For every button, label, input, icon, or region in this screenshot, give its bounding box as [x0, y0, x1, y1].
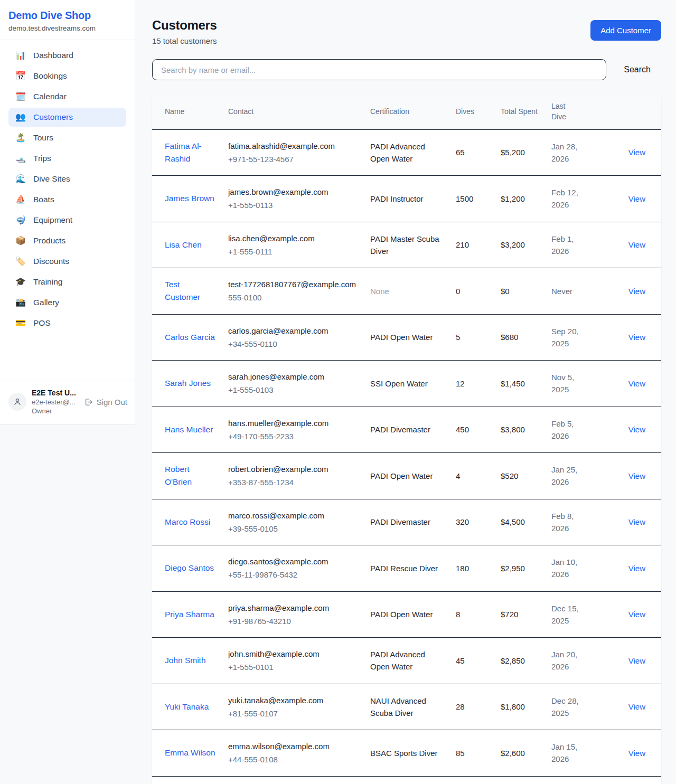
sign-out-button[interactable]: Sign Out: [84, 398, 127, 407]
customer-dives: 8: [456, 610, 460, 619]
customer-dives: 5: [456, 333, 460, 342]
customer-dives: 65: [456, 148, 465, 157]
customer-name-link[interactable]: James Brown: [165, 192, 214, 205]
graduation-cap-icon: 🎓: [15, 278, 26, 286]
customer-last-dive: Jan 20, 2026: [551, 650, 577, 671]
col-certification: Certification: [364, 94, 449, 129]
table-row: Lisa Chen lisa.chen@example.com +1-555-0…: [152, 222, 661, 268]
customer-dives: 85: [456, 749, 465, 758]
customer-email: james.brown@example.com: [228, 186, 358, 198]
view-link[interactable]: View: [628, 564, 645, 573]
customer-name-link[interactable]: Yuki Tanaka: [165, 701, 209, 713]
customer-dives: 45: [456, 656, 465, 665]
customer-last-dive: Nov 5, 2025: [551, 373, 574, 394]
sidebar-item-calendar[interactable]: 🗓️ Calendar: [8, 87, 126, 106]
sidebar-item-label: Discounts: [33, 257, 69, 266]
customer-name-link[interactable]: Test Customer: [165, 278, 215, 304]
customer-name-link[interactable]: Lisa Chen: [165, 239, 202, 251]
customer-name-link[interactable]: Sarah Jones: [165, 377, 211, 390]
customer-certification: PADI Open Water: [370, 333, 433, 342]
search-input[interactable]: [152, 59, 606, 80]
customer-total-spent: $2,850: [501, 656, 525, 665]
customer-dives: 320: [456, 517, 469, 526]
customer-name-link[interactable]: Robert O'Brien: [165, 463, 215, 488]
sidebar-item-tours[interactable]: 🏝️ Tours: [8, 128, 126, 147]
sidebar-item-label: Dashboard: [33, 51, 73, 60]
view-link[interactable]: View: [628, 333, 645, 342]
customer-count: 15 total customers: [152, 36, 217, 45]
search-button[interactable]: Search: [621, 63, 654, 77]
sidebar-item-dive-sites[interactable]: 🌊 Dive Sites: [8, 169, 126, 188]
customer-name-link[interactable]: Priya Sharma: [165, 608, 214, 621]
add-customer-button[interactable]: Add Customer: [590, 20, 661, 41]
customer-dives: 4: [456, 471, 460, 480]
customer-total-spent: $720: [501, 610, 518, 619]
sidebar-item-label: POS: [33, 318, 51, 328]
view-link[interactable]: View: [628, 379, 645, 388]
customer-dives: 180: [456, 564, 469, 573]
label-tag-icon: 🏷️: [15, 257, 26, 266]
customer-last-dive: Feb 5, 2026: [551, 419, 574, 440]
view-link[interactable]: View: [628, 148, 645, 157]
page-header: Customers 15 total customers Add Custome…: [152, 18, 661, 45]
customer-name-link[interactable]: Emma Wilson: [165, 747, 215, 759]
brand-header: Demo Dive Shop demo.test.divestreams.com: [0, 0, 135, 40]
sidebar-item-equipment[interactable]: 🤿 Equipment: [8, 211, 126, 230]
view-link[interactable]: View: [628, 656, 645, 665]
sidebar-item-training[interactable]: 🎓 Training: [8, 272, 126, 291]
customer-last-dive: Feb 1, 2026: [551, 234, 574, 256]
view-link[interactable]: View: [628, 287, 645, 296]
view-link[interactable]: View: [628, 425, 645, 434]
view-link[interactable]: View: [628, 702, 645, 711]
customer-dives: 450: [456, 425, 469, 434]
sidebar-item-label: Calendar: [33, 92, 67, 101]
sidebar-item-trips[interactable]: 🛥️ Trips: [8, 149, 126, 168]
customer-last-dive: Feb 12, 2026: [551, 188, 578, 209]
customer-total-spent: $2,950: [501, 564, 525, 573]
customer-total-spent: $1,450: [501, 379, 525, 388]
customer-certification: PADI Master Scuba Diver: [370, 234, 439, 256]
sidebar-item-label: Boats: [33, 195, 54, 204]
customer-dives: 210: [456, 240, 469, 249]
col-total-spent: Total Spent: [494, 94, 545, 129]
sidebar-nav: 📊 Dashboard 📅 Bookings 🗓️ Calendar 👥 Cus…: [0, 40, 135, 381]
col-actions: [588, 94, 661, 129]
sidebar-item-bookings[interactable]: 📅 Bookings: [8, 67, 126, 86]
customer-certification: NAUI Advanced Scuba Diver: [370, 696, 426, 717]
view-link[interactable]: View: [628, 194, 645, 203]
view-link[interactable]: View: [628, 749, 645, 758]
sidebar-item-discounts[interactable]: 🏷️ Discounts: [8, 252, 126, 271]
table-row: Keiko Yamamoto keiko.yamamoto@example.co…: [152, 776, 661, 784]
customer-email: sarah.jones@example.com: [228, 371, 358, 383]
sidebar-item-dashboard[interactable]: 📊 Dashboard: [8, 46, 126, 65]
sidebar-item-boats[interactable]: ⛵ Boats: [8, 190, 126, 209]
customer-last-dive: Dec 15, 2025: [551, 604, 579, 625]
view-link[interactable]: View: [628, 471, 645, 480]
customer-last-dive: Jan 25, 2026: [551, 465, 577, 486]
customers-table-card: Name Contact Certification Dives Total S…: [152, 94, 661, 784]
table-row: Priya Sharma priya.sharma@example.com +9…: [152, 591, 661, 638]
customer-name-link[interactable]: Hans Mueller: [165, 423, 213, 436]
customer-phone: +971-55-123-4567: [228, 153, 358, 165]
customer-dives: 0: [456, 287, 460, 296]
view-link[interactable]: View: [628, 610, 645, 619]
view-link[interactable]: View: [628, 517, 645, 526]
customer-name-link[interactable]: Fatima Al-Rashid: [165, 140, 215, 165]
customer-name-link[interactable]: John Smith: [165, 654, 206, 667]
sidebar-item-products[interactable]: 📦 Products: [8, 231, 126, 250]
customer-name-link[interactable]: Marco Rossi: [165, 516, 210, 528]
customers-table: Name Contact Certification Dives Total S…: [152, 94, 661, 784]
credit-card-icon: 💳: [15, 319, 26, 327]
sidebar-item-gallery[interactable]: 📸 Gallery: [8, 293, 126, 312]
table-row: John Smith john.smith@example.com +1-555…: [152, 638, 661, 684]
customer-phone: +1-555-0103: [228, 384, 358, 396]
customer-phone: +91-98765-43210: [228, 615, 358, 627]
view-link[interactable]: View: [628, 240, 645, 249]
sidebar-item-label: Trips: [33, 154, 51, 163]
customer-total-spent: $520: [501, 471, 518, 480]
customer-email: marco.rossi@example.com: [228, 509, 358, 522]
customer-name-link[interactable]: Diego Santos: [165, 562, 214, 574]
customer-name-link[interactable]: Carlos Garcia: [165, 331, 215, 344]
sidebar-item-pos[interactable]: 💳 POS: [8, 314, 126, 333]
sidebar-item-customers[interactable]: 👥 Customers: [8, 108, 126, 127]
